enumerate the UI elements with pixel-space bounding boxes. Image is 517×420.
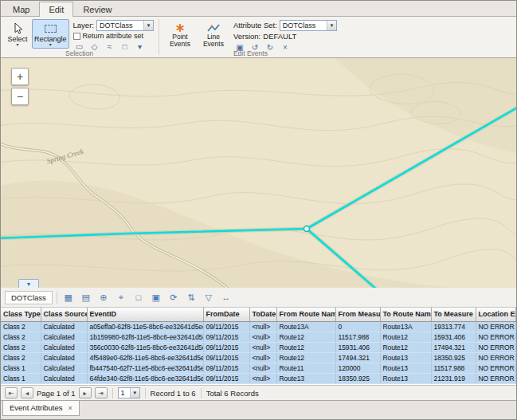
zoom-out-button[interactable]: − <box>11 88 29 105</box>
attribute-set-dropdown[interactable]: DOTClass ▼ <box>280 20 337 31</box>
table-cell[interactable]: <null> <box>249 373 276 383</box>
previous-page-button[interactable]: ◂ <box>21 387 33 398</box>
table-cell[interactable]: Calculated <box>41 373 87 383</box>
table-row[interactable]: Class 2Calculated4f5489e0-62f8-11e5-8bc6… <box>1 352 516 363</box>
table-cell[interactable]: <null> <box>249 342 276 352</box>
chevron-down-icon[interactable]: ▼ <box>327 21 336 30</box>
table-cell[interactable]: Calculated <box>41 352 87 363</box>
table-cell[interactable]: Route13 <box>380 373 431 383</box>
tab-review[interactable]: Review <box>73 2 121 17</box>
table-cell[interactable]: NO ERROR <box>476 332 516 342</box>
table-cell[interactable]: 64fde340-62f8-11e5-8bc6-ee32641d5ec9 <box>87 373 203 383</box>
table-cell[interactable]: 18350.925 <box>431 352 476 363</box>
column-header-from-route-name[interactable]: From Route Name <box>276 308 335 321</box>
table-cell[interactable]: Route12 <box>276 342 335 352</box>
zoom-in-button[interactable]: + <box>11 68 29 85</box>
table-cell[interactable]: 15931.406 <box>431 332 476 342</box>
table-row[interactable]: Class 2Calculated356c0030-62f8-11e5-8bc6… <box>1 342 516 352</box>
point-events-button[interactable]: ∗ Point Events <box>164 19 196 49</box>
table-cell[interactable]: Route12 <box>276 332 335 342</box>
table-cell[interactable]: NO ERROR <box>476 373 516 383</box>
table-cell[interactable]: <null> <box>249 332 276 342</box>
last-page-button[interactable]: ⇥ <box>95 387 108 398</box>
column-header-class-type[interactable]: Class Type <box>1 308 41 321</box>
sort-records-icon[interactable]: ⇅ <box>184 290 198 304</box>
table-cell[interactable]: 19313.774 <box>431 321 476 332</box>
table-cell[interactable]: 1b159980-62f8-11e5-8bc6-ee32641d5ec9 <box>87 332 203 342</box>
table-cell[interactable]: a05effa0-62f8-11e5-8bc6-ee32641d5ec9 <box>87 321 203 332</box>
close-icon[interactable]: × <box>69 404 72 412</box>
table-cell[interactable]: Calculated <box>41 332 87 342</box>
table-cell[interactable]: NO ERROR <box>476 363 516 373</box>
zoom-to-selected-icon[interactable]: ⊕ <box>96 290 111 304</box>
line-events-button[interactable]: Line Events <box>198 19 229 49</box>
layer-name-label[interactable]: DOTClass <box>5 291 53 304</box>
tab-edit[interactable]: Edit <box>39 2 73 17</box>
table-cell[interactable]: 0 <box>335 321 380 332</box>
table-cell[interactable]: Class 2 <box>1 342 41 352</box>
first-page-button[interactable]: ⇤ <box>5 387 18 398</box>
table-row[interactable]: Class 1Calculated64fde340-62f8-11e5-8bc6… <box>1 373 516 383</box>
chevron-down-icon[interactable]: ▼ <box>130 388 139 398</box>
table-cell[interactable]: Route13A <box>380 321 431 332</box>
table-cell[interactable]: 09/11/2015 <box>203 342 249 352</box>
next-page-button[interactable]: ▸ <box>79 387 92 398</box>
table-cell[interactable]: 21231.919 <box>431 373 476 383</box>
tab-event-attributes[interactable]: Event Attributes × <box>2 401 80 416</box>
column-header-class-source[interactable]: Class Source <box>41 308 87 321</box>
pan-to-selected-icon[interactable]: ⌖ <box>114 290 128 304</box>
table-cell[interactable]: <null> <box>249 352 276 363</box>
open-table-icon[interactable]: ▤ <box>79 290 93 304</box>
table-cell[interactable]: Route13 <box>276 373 335 383</box>
table-cell[interactable]: fb447540-62f7-11e5-8bc6-ee32641d5ec9 <box>87 363 203 373</box>
table-cell[interactable]: 18350.925 <box>335 373 380 383</box>
map-canvas[interactable]: + − Spring Creek ▼ <box>1 58 516 288</box>
clear-table-selection-icon[interactable]: □ <box>131 290 146 304</box>
table-row[interactable]: Class 1Calculatedfb447540-62f7-11e5-8bc6… <box>1 363 516 373</box>
table-cell[interactable]: Calculated <box>41 342 87 352</box>
table-cell[interactable]: <null> <box>249 321 276 332</box>
table-cell[interactable]: Calculated <box>41 363 87 373</box>
resize-columns-icon[interactable]: ↔ <box>219 290 233 304</box>
table-cell[interactable]: Class 1 <box>1 373 41 383</box>
table-cell[interactable]: Calculated <box>41 321 87 332</box>
table-cell[interactable]: Route12 <box>276 352 335 363</box>
table-cell[interactable]: 09/11/2015 <box>203 363 249 373</box>
attribute-table-icon[interactable]: ▦ <box>61 290 76 304</box>
filter-records-icon[interactable]: ▽ <box>202 290 216 304</box>
column-header-fromdate[interactable]: FromDate <box>203 308 249 321</box>
column-header-to-measure[interactable]: To Measure <box>431 308 476 321</box>
table-cell[interactable]: Route12 <box>380 342 431 352</box>
select-tool-button[interactable]: Select ▾ <box>5 19 30 49</box>
refresh-table-icon[interactable]: ⟳ <box>166 290 181 304</box>
table-cell[interactable]: 356c0030-62f8-11e5-8bc6-ee32641d5ec9 <box>87 342 203 352</box>
table-cell[interactable]: 11517.988 <box>335 332 380 342</box>
table-cell[interactable]: 17494.321 <box>431 342 476 352</box>
layer-dropdown[interactable]: DOTClass ▼ <box>96 20 154 31</box>
collapse-panel-button[interactable]: ▼ <box>18 279 39 288</box>
table-cell[interactable]: 09/11/2015 <box>203 332 249 342</box>
save-edits-icon[interactable]: ▣ <box>149 290 163 304</box>
table-row[interactable]: Class 2Calculateda05effa0-62f8-11e5-8bc6… <box>1 321 516 332</box>
column-header-to-route-name[interactable]: To Route Name <box>380 308 431 321</box>
table-cell[interactable]: <null> <box>249 363 276 373</box>
route-junction-vertex[interactable] <box>304 226 310 232</box>
column-header-eventid[interactable]: EventID <box>87 308 203 321</box>
rectangle-tool-button[interactable]: Rectangle ▾ <box>32 19 69 49</box>
table-cell[interactable]: Class 2 <box>1 321 41 332</box>
column-header-location-error[interactable]: Location Error <box>476 308 516 321</box>
table-cell[interactable]: Route13 <box>380 352 431 363</box>
table-cell[interactable]: 11517.988 <box>431 363 476 373</box>
table-cell[interactable]: NO ERROR <box>476 342 516 352</box>
table-cell[interactable]: Route13 <box>380 363 431 373</box>
table-cell[interactable]: NO ERROR <box>476 352 516 363</box>
table-cell[interactable]: 09/11/2015 <box>203 373 249 383</box>
table-cell[interactable]: Class 2 <box>1 332 41 342</box>
rectangle-dropdown-caret-icon[interactable]: ▾ <box>49 43 52 47</box>
column-header-todate[interactable]: ToDate <box>249 308 276 321</box>
select-dropdown-caret-icon[interactable]: ▾ <box>16 43 18 47</box>
table-cell[interactable]: Route13A <box>276 321 335 332</box>
table-cell[interactable]: NO ERROR <box>476 321 516 332</box>
table-row[interactable]: Class 2Calculated1b159980-62f8-11e5-8bc6… <box>1 332 516 342</box>
tab-map[interactable]: Map <box>3 2 39 17</box>
